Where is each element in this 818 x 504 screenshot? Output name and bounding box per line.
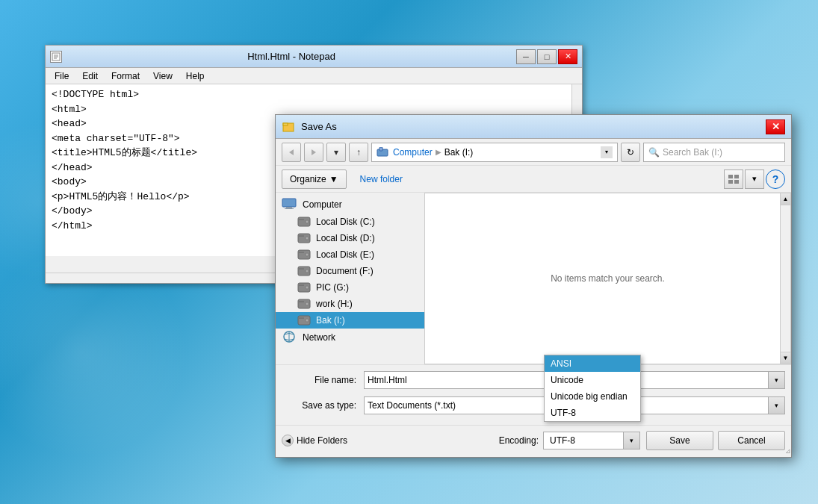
network-label: Network xyxy=(303,332,335,343)
notepad-titlebar: Html.Html - Notepad ─ □ ✕ xyxy=(46,46,582,68)
saveastype-label: Save as type: xyxy=(282,400,364,411)
notepad-menubar: File Edit Format View Help xyxy=(46,68,582,84)
organize-arrow: ▼ xyxy=(329,174,338,184)
saveas-nav-toolbar: ▾ ↑ Computer ▶ Bak (I:) ▾ ↻ 🔍 Search Bak… xyxy=(276,139,791,166)
notepad-title: Html.Html - Notepad xyxy=(66,51,516,62)
svg-rect-14 xyxy=(282,199,296,207)
up-button[interactable]: ↑ xyxy=(349,143,368,162)
minimize-button[interactable]: ─ xyxy=(516,49,536,64)
drive-d-label: Local Disk (D:) xyxy=(316,233,375,243)
svg-marker-7 xyxy=(312,149,316,155)
encoding-section: Encoding: UTF-8 ▾ ANSI Unicode Unicode b… xyxy=(499,432,640,449)
cancel-button[interactable]: Cancel xyxy=(718,431,785,450)
filename-label: File name: xyxy=(282,375,364,385)
svg-point-21 xyxy=(306,237,309,240)
no-items-message: No items match your search. xyxy=(551,273,665,284)
saveastype-dropdown-btn[interactable]: ▾ xyxy=(768,397,784,414)
close-button[interactable]: ✕ xyxy=(558,49,577,64)
svg-rect-15 xyxy=(286,207,292,208)
saveastype-row: Save as type: Text Documents (*.txt) ▾ xyxy=(282,395,785,416)
drive-f[interactable]: Document (F:) xyxy=(276,263,424,279)
svg-rect-9 xyxy=(379,147,382,151)
hide-folders-button[interactable]: ◀ Hide Folders xyxy=(282,435,347,447)
computer-icon xyxy=(282,198,298,211)
hide-folders-label: Hide Folders xyxy=(297,435,347,446)
menu-edit[interactable]: Edit xyxy=(76,69,104,83)
scrollbar-up[interactable]: ▲ xyxy=(781,193,790,205)
forward-button[interactable] xyxy=(304,143,323,162)
encoding-option-ansi[interactable]: ANSI xyxy=(545,355,640,372)
dropdown-button[interactable]: ▾ xyxy=(326,143,346,162)
saveas-form: File name: Html.Html ▾ Save as type: Tex… xyxy=(276,364,791,425)
encoding-option-utf8[interactable]: UTF-8 xyxy=(545,405,640,421)
svg-point-24 xyxy=(306,253,309,256)
menu-view[interactable]: View xyxy=(147,69,179,83)
save-button[interactable]: Save xyxy=(646,431,713,450)
address-bar[interactable]: Computer ▶ Bak (I:) ▾ xyxy=(371,143,618,162)
filename-row: File name: Html.Html ▾ xyxy=(282,370,785,391)
saveas-dialog: Save As ✕ ▾ ↑ Computer ▶ Bak (I:) ▾ ↻ 🔍 … xyxy=(275,114,792,458)
svg-rect-10 xyxy=(728,175,733,178)
menu-help[interactable]: Help xyxy=(180,69,211,83)
drive-e[interactable]: Local Disk (E:) xyxy=(276,246,424,263)
hdd-c-icon xyxy=(297,216,312,228)
svg-rect-13 xyxy=(734,180,739,184)
menu-format[interactable]: Format xyxy=(105,69,146,83)
encoding-popup: ANSI Unicode Unicode big endian UTF-8 xyxy=(544,355,641,422)
drive-h[interactable]: work (H:) xyxy=(276,296,424,312)
saveas-close-button[interactable]: ✕ xyxy=(766,119,785,134)
address-dropdown-btn[interactable]: ▾ xyxy=(601,146,613,158)
hdd-d-icon xyxy=(297,232,312,244)
computer-label: Computer xyxy=(303,199,342,210)
search-box[interactable]: 🔍 Search Bak (I:) xyxy=(643,143,785,162)
view-dropdown-button[interactable]: ▾ xyxy=(745,169,764,189)
drive-g-label: PIC (G:) xyxy=(316,282,349,293)
back-button[interactable] xyxy=(282,143,301,162)
drive-i[interactable]: Bak (I:) xyxy=(276,312,424,329)
scrollbar-down[interactable]: ▼ xyxy=(781,352,790,364)
svg-rect-11 xyxy=(734,175,739,178)
encoding-dropdown[interactable]: UTF-8 ▾ ANSI Unicode Unicode big endian … xyxy=(543,432,640,449)
drive-e-label: Local Disk (E:) xyxy=(316,249,374,260)
search-placeholder: Search Bak (I:) xyxy=(663,147,722,158)
drive-i-label: Bak (I:) xyxy=(316,315,345,326)
filelist-scrollbar[interactable]: ▲ ▼ xyxy=(780,193,790,364)
maximize-button[interactable]: □ xyxy=(537,49,557,64)
encoding-label: Encoding: xyxy=(499,435,539,446)
new-folder-button[interactable]: New folder xyxy=(353,169,410,189)
encoding-dropdown-arrow[interactable]: ▾ xyxy=(623,432,639,449)
address-computer[interactable]: Computer xyxy=(393,147,433,158)
organize-label: Organize xyxy=(290,174,326,184)
encoding-option-unicode-be[interactable]: Unicode big endian xyxy=(545,388,640,405)
hide-folders-arrow: ◀ xyxy=(282,435,294,447)
drive-c[interactable]: Local Disk (C:) xyxy=(276,214,424,230)
saveas-bottom: ◀ Hide Folders Encoding: UTF-8 ▾ ANSI Un… xyxy=(276,425,791,455)
drive-f-label: Document (F:) xyxy=(316,266,374,276)
saveas-organize-toolbar: Organize ▼ New folder ▾ ? xyxy=(276,166,791,193)
notepad-icon xyxy=(50,51,62,63)
svg-point-36 xyxy=(306,319,309,322)
hdd-f-icon xyxy=(297,265,312,277)
encoding-option-unicode[interactable]: Unicode xyxy=(545,372,640,388)
drive-g[interactable]: PIC (G:) xyxy=(276,279,424,296)
computer-section-header[interactable]: Computer xyxy=(276,196,424,214)
refresh-button[interactable]: ↻ xyxy=(621,143,640,162)
resize-grip[interactable]: ⊿ xyxy=(781,444,791,455)
menu-file[interactable]: File xyxy=(49,69,75,83)
saveas-title: Save As xyxy=(301,121,766,132)
organize-button[interactable]: Organize ▼ xyxy=(282,169,347,189)
saveas-content-area: Computer Local Disk (C:) xyxy=(276,193,791,364)
filename-dropdown-btn[interactable]: ▾ xyxy=(768,372,784,388)
view-mode-button[interactable] xyxy=(724,169,743,189)
network-section-header[interactable]: Network xyxy=(276,329,424,346)
search-icon: 🔍 xyxy=(648,147,660,158)
drive-h-label: work (H:) xyxy=(316,299,353,309)
titlebar-buttons: ─ □ ✕ xyxy=(516,49,577,64)
view-buttons: ▾ ? xyxy=(724,169,785,189)
svg-rect-12 xyxy=(728,180,733,184)
drive-d[interactable]: Local Disk (D:) xyxy=(276,230,424,246)
hdd-i-icon xyxy=(297,314,312,326)
svg-point-33 xyxy=(306,302,309,305)
help-button[interactable]: ? xyxy=(766,169,785,189)
svg-rect-16 xyxy=(285,208,294,209)
